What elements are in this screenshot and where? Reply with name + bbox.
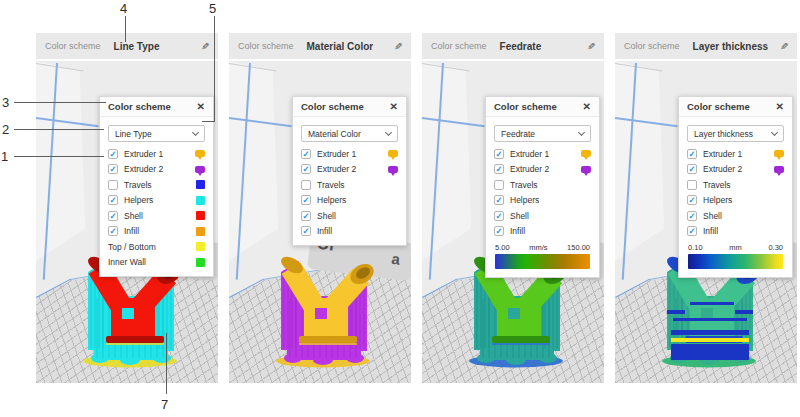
legend-row-helpers[interactable]: ✓ Helpers	[293, 193, 406, 209]
checkbox[interactable]: ✓	[301, 211, 311, 221]
chevron-down-icon	[771, 129, 778, 136]
color-scheme-dropdown[interactable]: Feedrate	[494, 125, 591, 142]
row-label: Top / Bottom	[108, 242, 156, 252]
checkbox[interactable]: ✓	[494, 195, 504, 205]
panel-material-color: Color scheme Material Color ✎ Ul a	[229, 33, 411, 383]
scale-min: 0.10	[688, 243, 703, 252]
legend-row-infill[interactable]: ✓ Infill	[293, 224, 406, 240]
row-label: Infill	[510, 226, 525, 236]
checkbox[interactable]: ✓	[108, 164, 118, 174]
checkbox[interactable]: ✓	[108, 211, 118, 221]
checkbox[interactable]: ✓	[108, 180, 118, 190]
color-scheme-dropdown[interactable]: Material Color	[301, 125, 398, 142]
header-label: Color scheme	[624, 41, 680, 51]
callout-1: 1	[1, 149, 8, 164]
legend-row-extruder1[interactable]: ✓ Extruder 1	[486, 146, 599, 162]
close-icon[interactable]: ✕	[390, 101, 398, 112]
checkbox[interactable]: ✓	[687, 149, 697, 159]
legend-row-extruder1[interactable]: ✓ Extruder 1	[100, 146, 213, 162]
legend-row-extruder2[interactable]: ✓ Extruder 2	[293, 162, 406, 178]
legend-row-travels[interactable]: ✓ Travels	[100, 177, 213, 193]
viewport-3d[interactable]: Ul a	[422, 61, 604, 383]
checkbox[interactable]: ✓	[108, 226, 118, 236]
color-scheme-dropdown[interactable]: Line Type	[108, 125, 205, 142]
legend-row-extruder1[interactable]: ✓ Extruder 1	[293, 146, 406, 162]
row-label: Shell	[703, 211, 722, 221]
legend-row-shell[interactable]: ✓ Shell	[293, 208, 406, 224]
legend-row-extruder1[interactable]: ✓ Extruder 1	[679, 146, 792, 162]
edit-pencil-icon[interactable]: ✎	[780, 41, 788, 52]
callout-3-line	[14, 102, 106, 103]
row-label: Travels	[124, 180, 152, 190]
callout-7: 7	[161, 397, 168, 412]
legend-row-top-bottom: ✓ Top / Bottom	[100, 239, 213, 255]
legend-row-travels[interactable]: ✓ Travels	[293, 177, 406, 193]
legend-row-infill[interactable]: ✓ Infill	[100, 224, 213, 240]
viewport-3d[interactable]: Ul a	[615, 61, 797, 383]
legend-row-extruder2[interactable]: ✓ Extruder 2	[100, 162, 213, 178]
color-scheme-popup: Color scheme ✕ Line Type ✓ Extruder 1 ✓ …	[99, 96, 214, 277]
close-icon[interactable]: ✕	[583, 101, 591, 112]
checkbox[interactable]: ✓	[108, 149, 118, 159]
close-icon[interactable]: ✕	[776, 101, 784, 112]
legend-row-helpers[interactable]: ✓ Helpers	[679, 193, 792, 209]
callout-4-line	[125, 16, 126, 42]
row-label: Helpers	[510, 195, 539, 205]
checkbox[interactable]: ✓	[301, 195, 311, 205]
legend-row-extruder2[interactable]: ✓ Extruder 2	[486, 162, 599, 178]
callout-2-line	[14, 129, 104, 130]
material-swatch	[774, 166, 784, 173]
checkbox[interactable]: ✓	[687, 195, 697, 205]
legend-row-extruder2[interactable]: ✓ Extruder 2	[679, 162, 792, 178]
popup-title: Color scheme	[108, 101, 171, 112]
checkbox[interactable]: ✓	[687, 226, 697, 236]
legend-row-infill[interactable]: ✓ Infill	[486, 224, 599, 240]
checkbox[interactable]: ✓	[687, 180, 697, 190]
header-value: Line Type	[114, 41, 160, 52]
chevron-down-icon	[578, 129, 585, 136]
panel-line-type: Color scheme Line Type ✎ Ul a	[36, 33, 218, 383]
checkbox[interactable]: ✓	[494, 226, 504, 236]
checkbox[interactable]: ✓	[494, 211, 504, 221]
legend-row-travels[interactable]: ✓ Travels	[679, 177, 792, 193]
callout-1-line	[14, 156, 104, 157]
checkbox[interactable]: ✓	[687, 211, 697, 221]
close-icon[interactable]: ✕	[197, 101, 205, 112]
material-swatch	[581, 150, 591, 157]
dropdown-value: Material Color	[308, 129, 361, 139]
color-scheme-popup: Color scheme ✕ Material Color ✓ Extruder…	[292, 96, 407, 246]
legend-row-helpers[interactable]: ✓ Helpers	[486, 193, 599, 209]
checkbox[interactable]: ✓	[301, 180, 311, 190]
edit-pencil-icon[interactable]: ✎	[587, 41, 595, 52]
gradient-legend: 5.00 mm/s 150.00	[486, 243, 599, 269]
viewport-3d[interactable]: Ul a	[229, 61, 411, 383]
dropdown-value: Layer thickness	[694, 129, 753, 139]
legend-row-travels[interactable]: ✓ Travels	[486, 177, 599, 193]
row-label: Extruder 2	[510, 164, 549, 174]
checkbox[interactable]: ✓	[301, 149, 311, 159]
legend-row-shell[interactable]: ✓ Shell	[100, 208, 213, 224]
scale-unit: mm	[729, 243, 742, 252]
color-scheme-dropdown[interactable]: Layer thickness	[687, 125, 784, 142]
checkbox[interactable]: ✓	[494, 180, 504, 190]
legend-row-helpers[interactable]: ✓ Helpers	[100, 193, 213, 209]
legend-row-shell[interactable]: ✓ Shell	[679, 208, 792, 224]
edit-pencil-icon[interactable]: ✎	[201, 41, 209, 52]
material-swatch	[195, 150, 205, 157]
model-3d-print-preview[interactable]	[257, 247, 389, 371]
checkbox[interactable]: ✓	[494, 149, 504, 159]
color-swatch	[196, 242, 205, 251]
viewport-3d[interactable]: Ul a	[36, 61, 218, 383]
row-label: Extruder 1	[317, 149, 356, 159]
popup-title-bar: Color scheme ✕	[486, 97, 599, 117]
callout-2: 2	[2, 122, 9, 137]
checkbox[interactable]: ✓	[687, 164, 697, 174]
row-label: Infill	[317, 226, 332, 236]
edit-pencil-icon[interactable]: ✎	[394, 41, 402, 52]
legend-row-shell[interactable]: ✓ Shell	[486, 208, 599, 224]
checkbox[interactable]: ✓	[301, 164, 311, 174]
checkbox[interactable]: ✓	[301, 226, 311, 236]
checkbox[interactable]: ✓	[494, 164, 504, 174]
checkbox[interactable]: ✓	[108, 195, 118, 205]
legend-row-infill[interactable]: ✓ Infill	[679, 224, 792, 240]
